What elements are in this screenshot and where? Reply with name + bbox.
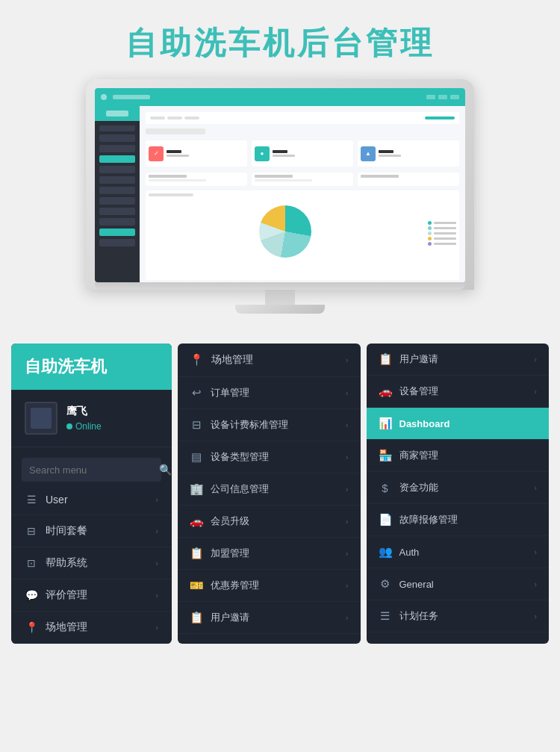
menu-item-left: 💬 评价管理 bbox=[25, 588, 87, 602]
chevron-right-icon: › bbox=[346, 453, 349, 462]
avatar bbox=[25, 402, 57, 435]
screen-sidebar-item-active bbox=[99, 155, 135, 163]
menu-label: Dashboard bbox=[399, 418, 450, 429]
mid-item-device-billing[interactable]: ⊟ 设备计费标准管理 › bbox=[178, 409, 361, 441]
stand-neck bbox=[265, 290, 295, 305]
menu-label: General bbox=[399, 579, 434, 590]
mid-section-header[interactable]: 📍 场地管理 › bbox=[178, 344, 361, 377]
mid-item-member[interactable]: 🚗 会员升级 › bbox=[178, 506, 361, 538]
chevron-right-icon: › bbox=[534, 483, 537, 492]
chat-icon: 💬 bbox=[25, 589, 38, 601]
menu-label: 用户邀请 bbox=[399, 352, 438, 366]
invite-icon: 📋 bbox=[190, 611, 203, 624]
screen-sidebar-item bbox=[99, 166, 135, 173]
screen-cards: ✓ ● bbox=[146, 140, 459, 167]
avatar-inner bbox=[31, 408, 52, 429]
left-panel: 自助洗车机 鹰飞 Online 🔍 ☰ User › bbox=[11, 344, 172, 644]
money-icon: $ bbox=[379, 482, 392, 494]
screen-sidebar-top bbox=[95, 106, 140, 121]
sidebar-item-help[interactable]: ⊡ 帮助系统 › bbox=[11, 547, 172, 579]
sidebar-item-user[interactable]: ☰ User › bbox=[11, 485, 172, 515]
chevron-right-icon: › bbox=[155, 559, 158, 568]
screen-content: ✓ ● bbox=[95, 106, 465, 282]
card-text bbox=[167, 150, 189, 157]
mid-item-company[interactable]: 🏢 公司信息管理 › bbox=[178, 473, 361, 506]
screen-sidebar-item bbox=[99, 176, 135, 184]
menu-item-left: $ 资金功能 bbox=[379, 481, 438, 494]
chart-legend bbox=[428, 221, 456, 246]
right-item-user-invite[interactable]: 📋 用户邀请 › bbox=[367, 344, 550, 376]
chevron-right-icon: › bbox=[346, 420, 349, 429]
right-item-device[interactable]: 🚗 设备管理 › bbox=[367, 376, 550, 408]
chevron-right-icon: › bbox=[534, 387, 537, 396]
right-item-auth[interactable]: 👥 Auth › bbox=[367, 536, 550, 568]
chevron-right-icon: › bbox=[346, 549, 349, 558]
chevron-right-icon: › bbox=[155, 526, 158, 535]
menu-label: 故障报修管理 bbox=[399, 513, 458, 526]
menu-item-left: 📊 Dashboard bbox=[379, 417, 450, 430]
menu-item-left: ↩ 订单管理 bbox=[190, 386, 249, 400]
menu-label: 帮助系统 bbox=[46, 556, 87, 570]
user-info: 鹰飞 Online bbox=[66, 405, 102, 432]
menu-label: 用户邀请 bbox=[211, 611, 249, 624]
sidebar-item-venue[interactable]: 📍 场地管理 › bbox=[11, 612, 172, 644]
join-icon: 📋 bbox=[190, 547, 203, 560]
pie-chart bbox=[259, 205, 311, 258]
user-status: Online bbox=[66, 421, 102, 432]
status-dot bbox=[66, 423, 72, 429]
chevron-right-icon: › bbox=[346, 485, 349, 494]
coupon-icon: 🎫 bbox=[190, 579, 203, 592]
mid-item-user-invite[interactable]: 📋 用户邀请 › bbox=[178, 602, 361, 634]
screen-charts bbox=[146, 190, 459, 280]
right-item-money[interactable]: $ 资金功能 › bbox=[367, 472, 550, 504]
mid-item-orders[interactable]: ↩ 订单管理 › bbox=[178, 377, 361, 409]
card-icon-blue: ▲ bbox=[361, 146, 376, 161]
search-box[interactable]: 🔍 bbox=[22, 458, 161, 482]
search-icon: 🔍 bbox=[159, 464, 172, 476]
mid-item-coupon[interactable]: 🎫 优惠券管理 › bbox=[178, 570, 361, 602]
mid-item-device-type[interactable]: ▤ 设备类型管理 › bbox=[178, 441, 361, 473]
mini-stats bbox=[146, 173, 459, 186]
section-label: 场地管理 bbox=[211, 353, 253, 367]
repair-icon: 📄 bbox=[379, 513, 392, 526]
menu-item-left: ⊟ 设备计费标准管理 bbox=[190, 418, 288, 432]
sidebar-item-time-package[interactable]: ⊟ 时间套餐 › bbox=[11, 515, 172, 547]
screen-sidebar-item bbox=[99, 208, 135, 215]
screen-sub-topbar bbox=[146, 112, 459, 124]
user-name: 鹰飞 bbox=[66, 405, 102, 418]
monitor-bottom bbox=[95, 282, 465, 290]
screen-sidebar-item bbox=[99, 145, 135, 152]
search-input[interactable] bbox=[29, 464, 155, 476]
menu-item-left: 🎫 优惠券管理 bbox=[190, 579, 259, 592]
menu-item-left: 🏪 商家管理 bbox=[379, 449, 438, 462]
menu-item-left: ☰ 计划任务 bbox=[379, 609, 438, 623]
grid-icon: ☰ bbox=[25, 494, 38, 506]
screen-topbar bbox=[95, 88, 465, 106]
menu-item-left: ⊟ 时间套餐 bbox=[25, 524, 87, 538]
right-item-repair[interactable]: 📄 故障报修管理 bbox=[367, 504, 550, 536]
sidebar-item-reviews[interactable]: 💬 评价管理 › bbox=[11, 579, 172, 612]
right-item-merchant[interactable]: 🏪 商家管理 bbox=[367, 440, 550, 472]
section-header-left: 📍 场地管理 bbox=[190, 353, 253, 367]
chevron-right-icon: › bbox=[534, 547, 537, 556]
location-section-icon: 📍 bbox=[190, 353, 204, 367]
task-icon: ☰ bbox=[379, 609, 392, 623]
menu-item-left: 🚗 会员升级 bbox=[190, 515, 249, 528]
menu-item-left: 🚗 设备管理 bbox=[379, 385, 438, 398]
page-title: 自助洗车机后台管理 bbox=[15, 22, 545, 64]
location-icon: 📍 bbox=[25, 621, 38, 633]
menu-item-left: 📋 用户邀请 bbox=[190, 611, 249, 624]
mid-item-join[interactable]: 📋 加盟管理 › bbox=[178, 538, 361, 570]
right-item-task[interactable]: ☰ 计划任务 › bbox=[367, 600, 550, 633]
menu-label: 资金功能 bbox=[399, 481, 438, 494]
screen-chart-pie bbox=[146, 190, 459, 280]
menu-label: 设备管理 bbox=[399, 385, 438, 398]
right-item-dashboard[interactable]: 📊 Dashboard bbox=[367, 408, 550, 440]
topbar-logo bbox=[101, 94, 107, 100]
right-item-general[interactable]: ⚙ General › bbox=[367, 568, 550, 600]
company-icon: 🏢 bbox=[190, 482, 203, 496]
chevron-right-icon: › bbox=[346, 517, 349, 526]
device-type-icon: ▤ bbox=[190, 450, 203, 464]
screen-main: ✓ ● bbox=[140, 106, 465, 282]
menu-item-left: 📋 用户邀请 bbox=[379, 352, 438, 366]
